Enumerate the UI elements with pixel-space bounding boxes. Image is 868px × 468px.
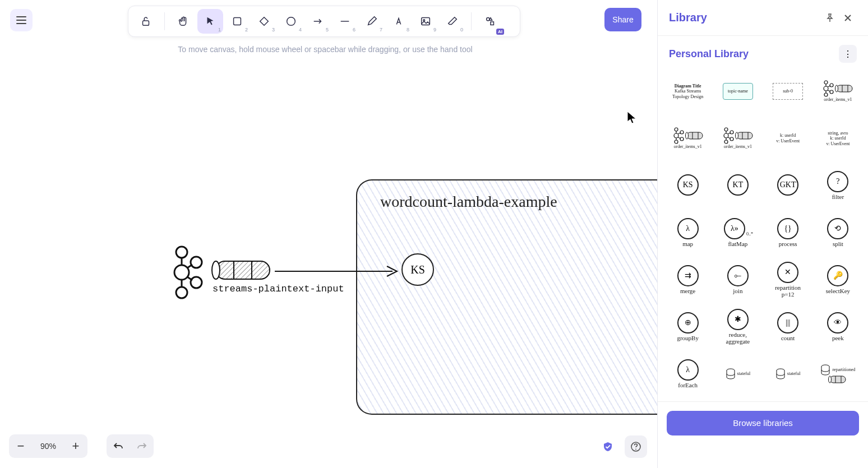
panel-footer: Browse libraries [658, 401, 868, 444]
line-tool[interactable]: 6 [332, 9, 358, 34]
square-icon [231, 15, 243, 27]
library-item-r7-1[interactable]: stateful [715, 353, 760, 395]
svg-point-2 [287, 17, 296, 26]
pin-button[interactable] [821, 9, 839, 27]
svg-point-21 [835, 85, 838, 92]
svg-point-14 [212, 261, 220, 279]
svg-rect-3 [422, 18, 430, 25]
more-tools[interactable]: AI [477, 9, 503, 34]
arrow-tool[interactable]: 5 [305, 9, 331, 34]
library-item-r1-2[interactable]: sub-0 [766, 71, 810, 112]
ellipse-tool[interactable]: 4 [278, 9, 304, 34]
library-item-kt[interactable]: KT [715, 165, 760, 206]
svg-rect-27 [687, 132, 703, 139]
close-panel-button[interactable] [839, 9, 857, 27]
library-item-r7-3[interactable]: repartitioned [816, 353, 860, 395]
status-shield-button[interactable] [597, 435, 619, 458]
svg-point-25 [680, 131, 684, 134]
hamburger-menu-button[interactable] [10, 9, 33, 31]
zoom-in-button[interactable]: + [64, 434, 87, 458]
shortcut-key: 1 [218, 27, 221, 33]
lock-tool[interactable] [133, 9, 159, 34]
library-item-reduce-aggregate[interactable]: ✱reduce,aggregate [715, 306, 760, 347]
svg-point-42 [635, 449, 636, 450]
library-item-ks[interactable]: KS [666, 165, 710, 206]
library-item-r2-0[interactable]: order_items_v1 [666, 118, 710, 159]
svg-point-16 [824, 86, 828, 91]
library-item-map[interactable]: λmap [666, 212, 710, 253]
library-item-r1-3[interactable]: order_items_v1 [816, 71, 860, 112]
text-tool[interactable]: 8 [386, 9, 412, 34]
library-item-merge[interactable]: ⇉merge [666, 259, 710, 300]
library-item-r1-0[interactable]: Diagram TitleKafka Streams Topology Desi… [666, 71, 710, 112]
library-item-r2-1[interactable]: order_items_v1 [715, 118, 760, 159]
redo-button[interactable] [130, 434, 154, 458]
image-icon [419, 15, 432, 27]
svg-point-19 [830, 90, 833, 94]
shortcut-key: 6 [353, 27, 355, 33]
library-item-process[interactable]: {}process [766, 212, 810, 253]
library-item-r2-3[interactable]: string, avrok: userIdv: UserEvent [816, 118, 860, 159]
shapes-icon [484, 15, 496, 27]
stream-input-label[interactable]: streams-plaintext-input [213, 284, 344, 294]
undo-button[interactable] [107, 434, 130, 458]
hand-icon [177, 15, 190, 27]
diagram-title[interactable]: wordcount-lambda-example [380, 193, 557, 211]
rectangle-tool[interactable]: 2 [224, 9, 250, 34]
shield-check-icon [602, 441, 613, 452]
library-item-r2-2[interactable]: k: userIdv: UserEvent [766, 118, 810, 159]
zoom-out-button[interactable]: − [9, 434, 33, 458]
svg-point-10 [191, 257, 202, 268]
panel-header: Library [658, 0, 868, 36]
diamond-tool[interactable]: 3 [251, 9, 277, 34]
zoom-value[interactable]: 90% [33, 442, 64, 451]
text-icon [393, 15, 405, 27]
help-button[interactable] [625, 435, 647, 458]
canvas-hint: To move canvas, hold mouse wheel or spac… [129, 45, 521, 54]
library-item-join[interactable]: ⟜join [715, 259, 760, 300]
section-more-button[interactable]: ⋮ [839, 45, 857, 63]
shortcut-key: 5 [326, 27, 329, 33]
unlock-icon [140, 15, 152, 27]
menu-icon [16, 16, 26, 24]
library-item-r7-2[interactable]: stateful [766, 353, 810, 395]
svg-point-17 [824, 93, 828, 96]
freedraw-tool[interactable]: 7 [359, 9, 385, 34]
svg-rect-13 [216, 261, 270, 279]
pencil-icon [366, 15, 378, 27]
library-item-selectkey[interactable]: 🔑selectKey [816, 259, 860, 300]
svg-point-24 [675, 140, 678, 143]
shortcut-key: 7 [380, 27, 382, 33]
svg-point-28 [685, 132, 688, 139]
selection-tool[interactable]: 1 [197, 9, 223, 34]
library-item-r1-1[interactable]: topic-name [715, 71, 760, 112]
library-item-repartition-p-12[interactable]: ✕repartitionp=12 [766, 259, 810, 300]
kafka-logo-shape[interactable] [168, 245, 204, 299]
browse-libraries-button[interactable]: Browse libraries [667, 411, 859, 435]
library-item-peek[interactable]: 👁peek [816, 306, 860, 347]
svg-point-33 [730, 137, 733, 141]
library-item-r7-0[interactable]: λforEach [666, 353, 710, 395]
library-item-flatmap[interactable]: λ»0..*flatMap [715, 212, 760, 253]
diamond-icon [258, 15, 270, 27]
shortcut-key: 4 [299, 27, 302, 33]
library-item-filter[interactable]: ?filter [816, 165, 860, 206]
circle-icon [285, 15, 297, 27]
toolbar: 1 2 3 4 5 6 7 8 9 0 AI [128, 6, 520, 37]
ks-node[interactable]: KS [401, 253, 434, 286]
topic-cylinder-shape[interactable] [211, 260, 274, 280]
library-item-groupby[interactable]: ⊕groupBy [666, 306, 710, 347]
hand-tool[interactable] [170, 9, 196, 34]
library-item-gkt[interactable]: GKT [766, 165, 810, 206]
share-button[interactable]: Share [604, 8, 641, 31]
library-item-split[interactable]: ⟲split [816, 212, 860, 253]
svg-point-35 [735, 132, 738, 139]
library-item-count[interactable]: |||count [766, 306, 810, 347]
library-panel: Library Personal Library ⋮ Diagram Title… [657, 0, 868, 468]
close-icon [843, 13, 852, 22]
svg-point-40 [829, 376, 832, 383]
image-tool[interactable]: 9 [413, 9, 438, 34]
diagram-arrow[interactable] [275, 265, 400, 278]
svg-point-22 [675, 128, 678, 131]
eraser-tool[interactable]: 0 [440, 9, 465, 34]
